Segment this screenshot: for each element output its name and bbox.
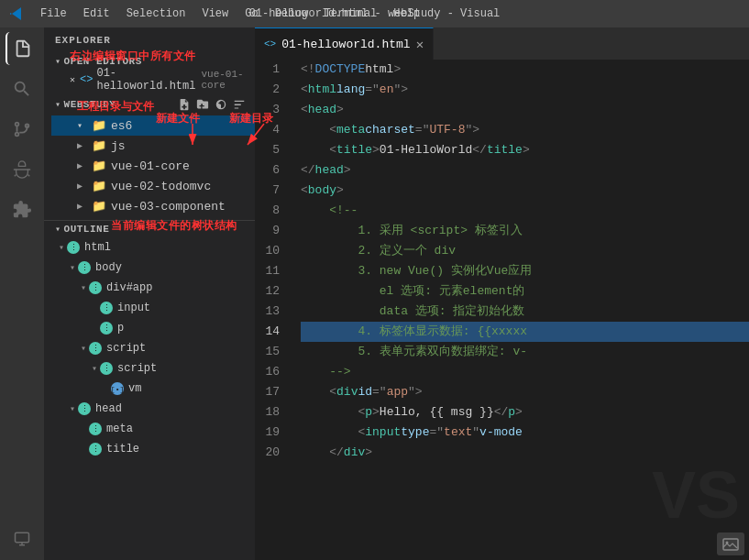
line-numbers: 1 2 3 4 5 6 7 8 9 10 11 12 13 14 15 16 1… [255,60,296,560]
outline-input[interactable]: ▶ ⋮ input [51,298,255,318]
menu-selection[interactable]: Selection [119,5,193,22]
tree-item-js[interactable]: ▶ 📁 js [51,136,255,156]
remote-icon[interactable] [6,522,39,555]
code-line-11: 3. new Vue() 实例化Vue应用 [301,261,749,281]
vm-dot: [•] [111,382,124,395]
outline-title-label: title [106,443,139,456]
debug-icon[interactable] [6,153,39,186]
source-control-icon[interactable] [6,113,39,146]
webstudy-chevron: ▾ [55,99,61,110]
outline-divapp-label: div#app [106,281,152,294]
new-folder-btn[interactable] [194,96,211,113]
tab-file-icon: <> [264,38,276,49]
line-num-19: 19 [255,423,287,443]
outline-html[interactable]: ▾ ⋮ html [51,237,255,258]
code-line-14: 4. 标签体显示数据: {{xxxxx [301,322,749,342]
main-layout: EXPLORER ▾ OPEN EDITORS 右边编辑窗口中所有文件 ✕ <>… [0,27,749,560]
code-line-6: </head> [301,160,749,181]
outline-head[interactable]: ▾ ⋮ head [51,399,255,419]
vm-chevron: ▶ [103,383,108,394]
code-line-8: <!-- [301,201,749,221]
line-num-12: 12 [255,281,287,302]
es6-chevron: ▾ [77,120,92,131]
title-chevron: ▶ [81,444,86,455]
line-num-15: 15 [255,342,287,362]
tree-item-vue01[interactable]: ▶ 📁 vue-01-core [51,156,255,176]
menu-view[interactable]: View [194,5,236,22]
file-tree: ▾ 📁 es6 ▶ 📁 js ▶ 📁 vue-01-core ▶ 📁 [51,115,255,216]
outline-section: ▾ OUTLINE 当前编辑文件的树状结构 ▾ ⋮ html ▾ ⋮ body … [44,220,255,459]
close-file-btn[interactable]: ✕ [70,74,75,85]
tab-bar: <> 01-helloworld.html ✕ [255,27,749,60]
p-chevron: ▶ [92,323,97,334]
line-num-6: 6 [255,160,287,181]
editor-tab-helloworld[interactable]: <> 01-helloworld.html ✕ [255,27,434,60]
js-label: js [111,139,126,153]
code-line-16: --> [301,362,749,382]
line-num-13: 13 [255,302,287,322]
outline-vm[interactable]: ▶ [•] vm [51,379,255,399]
title-dot: ⋮ [89,443,102,456]
folder-icon: 📁 [92,118,106,133]
meta-dot: ⋮ [89,423,102,435]
outline-body-label: body [95,261,122,274]
tree-item-es6[interactable]: ▾ 📁 es6 [51,115,255,136]
outline-script2[interactable]: ▾ ⋮ script [51,358,255,379]
open-editors-file[interactable]: ✕ <> 01-helloworld.html vue-01-core [51,70,255,90]
code-line-13: data 选项: 指定初始化数 [301,302,749,322]
meta-chevron: ▶ [81,423,86,434]
outline-meta[interactable]: ▶ ⋮ meta [51,419,255,439]
watermark: VS [652,457,740,533]
folder-icon-vue03: 📁 [92,199,106,214]
outline-label: OUTLINE [64,224,110,235]
vue03-chevron: ▶ [77,201,92,212]
file-type-icon: <> [80,73,93,86]
vue01-label: vue-01-core [111,159,190,173]
outline-script1[interactable]: ▾ ⋮ script [51,338,255,358]
sidebar: EXPLORER ▾ OPEN EDITORS 右边编辑窗口中所有文件 ✕ <>… [44,27,255,560]
tree-item-vue03[interactable]: ▶ 📁 vue-03-component [51,196,255,216]
folder-icon-vue01: 📁 [92,159,106,173]
outline-body[interactable]: ▾ ⋮ body [51,258,255,278]
outline-input-label: input [117,302,150,314]
outline-title[interactable]: ▶ ⋮ title [51,439,255,459]
files-icon[interactable] [6,32,39,65]
window-title: 01-helloworld.html - webStudy - Visual [249,7,501,20]
vue02-label: vue-02-todomvc [111,180,211,193]
extensions-icon[interactable] [6,193,39,226]
outline-p[interactable]: ▶ ⋮ p [51,318,255,338]
html-chevron: ▾ [59,242,64,253]
new-file-btn[interactable] [176,96,193,113]
activity-bar [0,27,44,560]
line-num-4: 4 [255,120,287,140]
p-dot: ⋮ [100,322,113,335]
line-num-14: 14 [255,322,287,342]
es6-label: es6 [111,119,132,133]
tab-close-btn[interactable]: ✕ [416,37,424,52]
open-editors-section-header[interactable]: ▾ OPEN EDITORS 右边编辑窗口中所有文件 [51,53,255,70]
menu-file[interactable]: File [33,5,74,22]
search-icon[interactable] [6,72,39,105]
code-lines[interactable]: <!DOCTYPE html> <html lang="en"> <head> … [296,60,749,560]
refresh-btn[interactable] [213,96,229,113]
line-num-2: 2 [255,80,287,100]
tree-item-vue02[interactable]: ▶ 📁 vue-02-todomvc [51,176,255,196]
webstudy-section-header[interactable]: ▾ WEBSTUDY [51,93,255,115]
code-line-5: <title>01-HelloWorld</title> [301,140,749,160]
collapse-btn[interactable] [231,96,248,113]
code-line-2: <html lang="en"> [301,80,749,100]
code-line-19: <input type="text" v-mode [301,423,749,443]
tab-label: 01-helloworld.html [281,38,410,51]
menu-edit[interactable]: Edit [76,5,117,22]
open-file-name: 01-helloworld.html [96,67,195,93]
outline-divapp[interactable]: ▾ ⋮ div#app [51,278,255,298]
outline-vm-label: vm [128,382,141,395]
folder-icon-vue02: 📁 [92,179,106,193]
outline-header[interactable]: ▾ OUTLINE 当前编辑文件的树状结构 [51,221,255,237]
script1-chevron: ▾ [81,343,86,354]
head-dot: ⋮ [78,402,91,415]
code-line-7: <body> [301,181,749,201]
explorer-header: EXPLORER [44,27,255,53]
outline-script2-label: script [117,362,157,375]
line-num-7: 7 [255,181,287,201]
